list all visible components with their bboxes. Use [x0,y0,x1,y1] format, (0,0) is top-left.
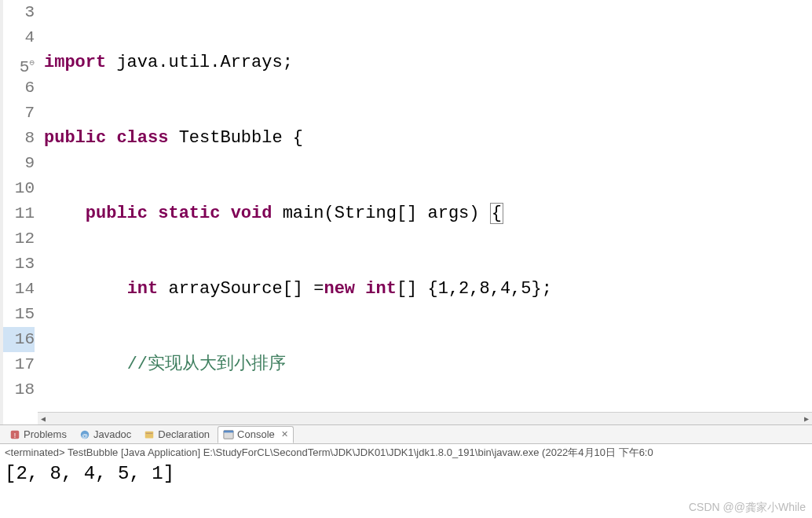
line-number: 11 [3,201,35,226]
svg-rect-4 [145,431,154,438]
tab-label: Declaration [158,428,210,440]
bottom-tabs-bar: ! Problems @ Javadoc Declaration Console… [0,424,812,443]
matching-brace: { [490,203,503,224]
tab-declaration[interactable]: Declaration [139,426,214,443]
tab-console[interactable]: Console ✕ [218,426,294,443]
horizontal-scrollbar[interactable]: ◀ ▶ [38,412,812,424]
svg-text:@: @ [82,432,88,439]
line-number: 10 [3,176,35,201]
svg-rect-7 [224,430,233,432]
line-number: 7 [3,101,35,126]
console-header: <terminated> TestBubble [Java Applicatio… [0,444,812,461]
tab-label: Problems [24,428,67,440]
line-number: 9 [3,151,35,176]
console-icon [223,429,234,440]
tab-label: Console [237,428,275,440]
code-line: public class TestBubble { [44,126,812,151]
console-view: <terminated> TestBubble [Java Applicatio… [0,443,812,518]
line-number: 13 [3,252,35,277]
tab-javadoc[interactable]: @ Javadoc [75,426,136,443]
console-output[interactable]: [2, 8, 4, 5, 1] [0,461,812,489]
code-area[interactable]: import java.util.Arrays; public class Te… [41,0,812,424]
line-number: 16 [3,327,35,352]
line-number: 18 [3,377,35,402]
scroll-right-icon[interactable]: ▶ [801,413,812,424]
code-line: int arraySource[] =new int[] {1,2,8,4,5}… [44,277,812,302]
tab-problems[interactable]: ! Problems [5,426,71,443]
line-number-gutter: 3 4 5⊖ 6 7 8 9 10 11 12 13 14 15 16 17 1… [3,0,41,424]
line-number: 17 [3,352,35,377]
fold-marker-icon[interactable]: ⊖ [29,58,35,68]
line-number: 12 [3,226,35,252]
line-number: 3 [3,0,35,25]
tab-label: Javadoc [93,428,131,440]
close-icon[interactable]: ✕ [281,429,288,439]
javadoc-icon: @ [79,429,90,440]
declaration-icon [144,429,155,440]
line-number: 14 [3,277,35,302]
line-number: 15 [3,302,35,327]
code-line: //实现从大到小排序 [44,352,812,377]
line-number: 4 [3,25,35,50]
code-line: public static void main(String[] args) { [44,201,812,226]
svg-text:!: ! [14,431,16,439]
line-number: 5⊖ [3,50,35,75]
line-number: 8 [3,126,35,151]
scroll-left-icon[interactable]: ◀ [38,413,49,424]
problems-icon: ! [9,429,20,440]
line-number: 6 [3,75,35,101]
code-editor[interactable]: 3 4 5⊖ 6 7 8 9 10 11 12 13 14 15 16 17 1… [0,0,812,424]
code-line: import java.util.Arrays; [44,50,812,75]
